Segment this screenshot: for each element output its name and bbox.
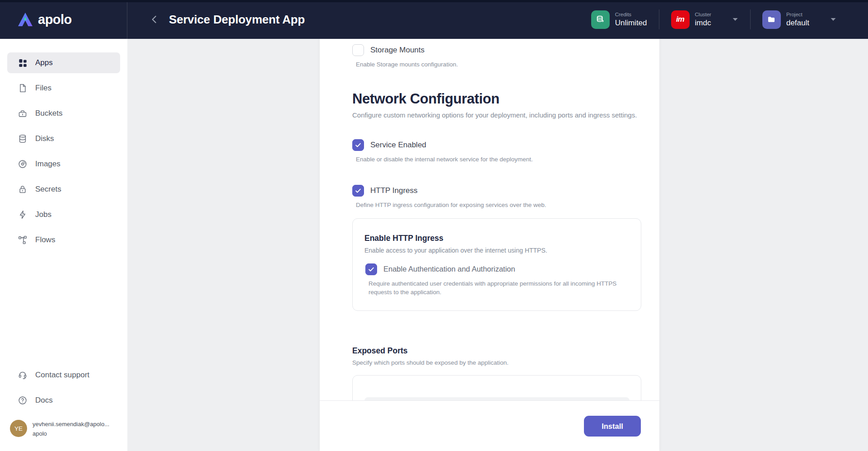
sidebar-item-contact-support[interactable]: Contact support bbox=[7, 365, 120, 385]
storage-mounts-checkbox[interactable] bbox=[352, 44, 364, 56]
sidebar-item-buckets[interactable]: Buckets bbox=[7, 103, 120, 124]
sidebar-item-label: Images bbox=[35, 160, 61, 169]
service-enabled-checkbox[interactable] bbox=[352, 139, 364, 151]
credits-value: Unlimited bbox=[615, 18, 647, 28]
cluster-label: Cluster bbox=[695, 11, 711, 18]
chevron-down-icon bbox=[732, 17, 738, 22]
sidebar-item-label: Files bbox=[35, 84, 51, 93]
question-circle-icon bbox=[17, 395, 28, 406]
nodes-icon bbox=[17, 235, 28, 245]
enable-auth-label[interactable]: Enable Authentication and Authorization bbox=[383, 265, 515, 273]
sidebar-item-label: Apps bbox=[35, 58, 53, 67]
service-enabled-description: Enable or disable the internal network s… bbox=[356, 155, 641, 164]
exposed-ports-title: Exposed Ports bbox=[352, 346, 641, 356]
logo-text: apolo bbox=[38, 12, 72, 27]
network-configuration-title: Network Configuration bbox=[352, 91, 641, 107]
project-selector[interactable]: Project default bbox=[751, 7, 848, 32]
cluster-selector[interactable]: im Cluster imdc bbox=[659, 7, 750, 32]
http-ingress-label[interactable]: HTTP Ingress bbox=[370, 186, 418, 195]
user-email: yevhenii.semendiak@apolo... bbox=[33, 421, 109, 428]
network-configuration-subtitle: Configure custom networking options for … bbox=[352, 111, 641, 119]
sidebar-item-label: Secrets bbox=[35, 185, 61, 194]
user-account[interactable]: YE yevhenii.semendiak@apolo... apolo bbox=[10, 419, 120, 438]
sidebar-item-label: Jobs bbox=[35, 210, 51, 219]
sidebar-item-label: Contact support bbox=[35, 371, 89, 380]
back-button[interactable] bbox=[146, 0, 163, 39]
credits-label: Credits bbox=[615, 11, 647, 18]
app-install-form-panel: Storage Mounts Enable Storage mounts con… bbox=[320, 39, 659, 451]
project-label: Project bbox=[786, 11, 809, 18]
http-ingress-description: Define HTTP ingress configuration for ex… bbox=[356, 201, 641, 210]
apps-icon bbox=[17, 57, 28, 68]
user-organization: apolo bbox=[33, 430, 47, 437]
sidebar-item-label: Docs bbox=[35, 396, 53, 405]
file-icon bbox=[17, 83, 28, 94]
credits-coins-icon bbox=[591, 10, 610, 29]
sidebar-item-apps[interactable]: Apps bbox=[7, 52, 120, 73]
enable-auth-description: Require authenticated user credentials w… bbox=[369, 279, 629, 297]
sidebar-item-files[interactable]: Files bbox=[7, 78, 120, 99]
page-title: Service Deployment App bbox=[169, 13, 305, 27]
chevron-left-icon bbox=[149, 14, 160, 25]
avatar: YE bbox=[10, 420, 27, 437]
service-enabled-group: Service Enabled Enable or disable the in… bbox=[352, 139, 641, 164]
headset-icon bbox=[17, 370, 28, 381]
http-ingress-group: HTTP Ingress Define HTTP ingress configu… bbox=[352, 185, 641, 210]
project-folder-icon bbox=[762, 10, 781, 29]
cluster-value: imdc bbox=[695, 18, 711, 28]
credits-widget[interactable]: Credits Unlimited bbox=[579, 7, 659, 32]
sidebar-item-label: Disks bbox=[35, 134, 54, 143]
enable-http-ingress-subtitle: Enable access to your application over t… bbox=[364, 247, 629, 254]
sidebar-item-docs[interactable]: Docs bbox=[7, 390, 120, 411]
enable-auth-checkbox[interactable] bbox=[365, 263, 377, 275]
service-enabled-label[interactable]: Service Enabled bbox=[370, 141, 426, 150]
sidebar-item-disks[interactable]: Disks bbox=[7, 128, 120, 149]
sidebar-item-label: Flows bbox=[35, 235, 55, 244]
sidebar-item-flows[interactable]: Flows bbox=[7, 230, 120, 250]
chevron-down-icon bbox=[830, 17, 836, 22]
cluster-imdc-icon: im bbox=[671, 10, 690, 29]
lightning-icon bbox=[17, 209, 28, 220]
main-background: Storage Mounts Enable Storage mounts con… bbox=[127, 39, 868, 451]
storage-mounts-label[interactable]: Storage Mounts bbox=[370, 46, 425, 55]
bucket-icon bbox=[17, 108, 28, 119]
avatar-initials: YE bbox=[14, 425, 23, 432]
sidebar: Apps Files Buckets bbox=[0, 39, 127, 451]
lock-icon bbox=[17, 184, 28, 195]
exposed-ports-subtitle: Specify which ports should be exposed by… bbox=[352, 359, 641, 366]
sidebar-item-secrets[interactable]: Secrets bbox=[7, 179, 120, 200]
disc-icon bbox=[17, 159, 28, 169]
sidebar-item-jobs[interactable]: Jobs bbox=[7, 204, 120, 225]
apolo-logo-icon bbox=[17, 12, 33, 27]
storage-mounts-description: Enable Storage mounts configuration. bbox=[356, 60, 641, 69]
enable-http-ingress-card: Enable HTTP Ingress Enable access to you… bbox=[352, 218, 641, 311]
disk-icon bbox=[17, 133, 28, 144]
sidebar-item-label: Buckets bbox=[35, 109, 62, 118]
form-footer: Install bbox=[320, 400, 659, 451]
app-logo[interactable]: apolo bbox=[0, 0, 127, 39]
project-value: default bbox=[786, 18, 809, 28]
install-button[interactable]: Install bbox=[584, 416, 641, 437]
enable-http-ingress-title: Enable HTTP Ingress bbox=[364, 234, 629, 243]
sidebar-item-images[interactable]: Images bbox=[7, 154, 120, 174]
http-ingress-checkbox[interactable] bbox=[352, 185, 364, 197]
storage-mounts-group: Storage Mounts Enable Storage mounts con… bbox=[352, 44, 641, 69]
top-navigation-bar: apolo Service Deployment App Credits Unl… bbox=[0, 0, 868, 39]
